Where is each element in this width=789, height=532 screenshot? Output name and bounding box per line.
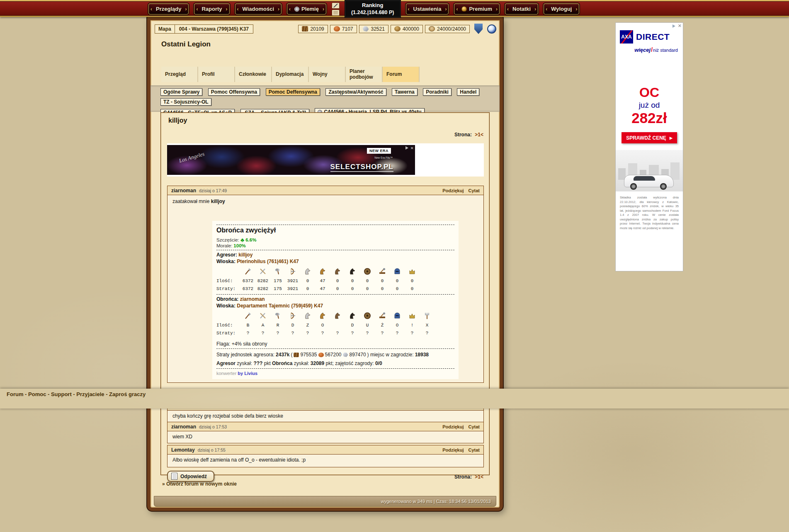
- tab[interactable]: Dyplomacja: [272, 67, 309, 82]
- adchoices-icon[interactable]: [405, 146, 408, 150]
- clay-icon: [318, 353, 324, 357]
- unit-count: 8282: [255, 278, 270, 283]
- attacker-points: ???: [253, 360, 262, 366]
- bottom-link[interactable]: Przyjaciele: [72, 391, 104, 397]
- converter-credit: konwerter by Livius: [216, 371, 454, 376]
- forum-category-button[interactable]: Tawerna: [392, 88, 418, 96]
- forum-category-button[interactable]: TZ - Sojusznicy-OL: [160, 98, 211, 106]
- reply-button[interactable]: Odpowiedź: [167, 471, 214, 482]
- resource-box: 32521: [359, 25, 388, 33]
- nav-button[interactable]: Wiadomości: [235, 3, 282, 15]
- defender-link[interactable]: ziarnoman: [240, 296, 265, 302]
- notepad-icon[interactable]: [332, 10, 340, 16]
- axa-ad-panel[interactable]: ✕ AXA DIRECT więcej/niż standard OC już …: [615, 22, 683, 271]
- tab[interactable]: Członkowie: [235, 67, 272, 82]
- globe-icon[interactable]: [487, 24, 496, 34]
- unit-icon: [333, 312, 342, 320]
- unit-loss: ?: [375, 331, 390, 336]
- map-label[interactable]: Mapa: [155, 25, 175, 33]
- nav-button[interactable]: Notatki: [505, 3, 538, 15]
- unit-count: 6372: [240, 278, 255, 283]
- unit-icon: [303, 312, 312, 320]
- unit-loss: ?: [420, 331, 435, 336]
- bottom-link[interactable]: Pomoc: [23, 391, 46, 397]
- attacker-link[interactable]: killjoy: [238, 252, 252, 258]
- bottom-menu-band: ForumPomocSupportPrzyjacieleZaproś gracz…: [0, 389, 789, 409]
- unit-loss: ?: [315, 331, 330, 336]
- unit-count: 0: [390, 278, 405, 283]
- nav-button[interactable]: Ustawienia: [406, 3, 449, 15]
- unit-icon: [378, 267, 386, 276]
- open-forum-link[interactable]: » Otwórz forum w nowym oknie: [162, 481, 237, 487]
- close-icon[interactable]: ✕: [678, 23, 682, 29]
- nav-button[interactable]: Raporty: [194, 3, 229, 15]
- post-author-link[interactable]: ziarnoman: [171, 424, 196, 430]
- close-icon[interactable]: ✕: [410, 146, 414, 150]
- tribe-tabs: Przegląd Profil Członkowie Dyplomacja Wo…: [161, 67, 420, 82]
- bottom-link[interactable]: Forum: [7, 391, 23, 397]
- page-number-link[interactable]: >1<: [475, 132, 483, 138]
- points-row: Agresor zyskał: ??? pkt Obrońca zyskał: …: [216, 360, 454, 366]
- forum-categories-row1: Ogólne Sprawy Pomoc Offensywna Pomoc Def…: [160, 88, 490, 108]
- forum-category-button[interactable]: Pomoc Offensywna: [208, 88, 260, 96]
- quote-link[interactable]: Cytat: [468, 424, 480, 429]
- post-header: ziarnoman dzisiaj o 17:49 Podziękuj Cyta…: [168, 186, 483, 195]
- game-header-bar: Mapa 004 - Warszawa (799|345) K37 20109 …: [155, 24, 496, 34]
- thank-link[interactable]: Podziękuj: [442, 188, 464, 193]
- quote-link[interactable]: Cytat: [468, 447, 480, 452]
- check-price-button[interactable]: SPRAWDŹ CENĘ ▶: [621, 132, 677, 143]
- bottom-link[interactable]: Zaproś graczy: [104, 391, 146, 397]
- tab[interactable]: Wojny: [309, 67, 346, 82]
- forum-category-button[interactable]: Handel: [457, 88, 479, 96]
- converter-author-link[interactable]: by Livius: [238, 371, 257, 376]
- shield-icon[interactable]: [474, 24, 483, 34]
- pagination-bottom: Strona: >1<: [454, 474, 483, 480]
- adchoices-icon[interactable]: [672, 24, 675, 28]
- defender-village-link[interactable]: Departament Tajemnic (759|459) K47: [237, 303, 323, 309]
- quest-icon[interactable]: [332, 2, 340, 9]
- post-body: Albo wioskę deff zamienia na off O_o - e…: [168, 455, 483, 467]
- page-number-link[interactable]: >1<: [475, 474, 483, 480]
- thank-link[interactable]: Podziękuj: [442, 424, 464, 429]
- forum-category-button[interactable]: Pomoc Deffensywna: [266, 88, 320, 96]
- nav-button-label: Przeglądy: [156, 6, 181, 12]
- forum-category-button[interactable]: Ogólne Sprawy: [160, 88, 202, 96]
- unit-icon: [274, 267, 282, 276]
- tab[interactable]: Forum: [383, 67, 420, 82]
- post-author-link[interactable]: ziarnoman: [171, 188, 196, 193]
- post-text: wiem XD: [172, 434, 192, 440]
- attacker-village-row: Wioska: Pterinohilus (761|461) K47: [216, 259, 454, 264]
- current-village-link[interactable]: 004 - Warszawa (799|345) K37: [175, 25, 253, 33]
- nav-button[interactable]: Premium: [454, 3, 500, 15]
- mini-icons-group: [332, 2, 340, 16]
- unit-count: 0: [345, 278, 360, 283]
- quote-link[interactable]: Cytat: [468, 188, 480, 193]
- ranking-box[interactable]: Ranking (1.242.|104.680 P): [345, 0, 401, 17]
- ad-decor-text: Los Angeles: [178, 151, 205, 164]
- reply-icon: [171, 473, 177, 480]
- bottom-link[interactable]: Support: [46, 391, 71, 397]
- tab[interactable]: Planer podbojów: [346, 67, 383, 82]
- axa-logo-row: AXA DIRECT: [620, 30, 679, 44]
- caps-ad-banner[interactable]: Los Angeles NEW ERA New Era Fits™ SELECT…: [167, 145, 415, 175]
- defender-row: Obrońca: ziarnoman: [216, 296, 454, 302]
- tab[interactable]: Profil: [198, 67, 235, 82]
- newera-tagline: New Era Fits™: [374, 156, 393, 159]
- thank-link[interactable]: Podziękuj: [442, 447, 464, 452]
- nav-button[interactable]: Przeglądy: [148, 3, 189, 15]
- morale-row: Morale: 100%: [216, 243, 454, 248]
- nav-button[interactable]: Plemię: [287, 3, 326, 15]
- ranking-value: (1.242.|104.680 P): [351, 9, 394, 16]
- page-label: Strona:: [454, 132, 472, 138]
- attacker-village-link[interactable]: Pterinohilus (761|461) K47: [237, 259, 299, 264]
- forum-category-button[interactable]: Poradniki: [423, 88, 452, 96]
- resource-icon: [334, 26, 340, 31]
- nav-button[interactable]: Wyloguj: [544, 3, 579, 15]
- forum-category-button[interactable]: Zastępstwa/Aktywność: [325, 88, 386, 96]
- resource-list: 20109 7107 32521 400000: [298, 25, 470, 33]
- inline-ad[interactable]: Los Angeles NEW ERA New Era Fits™ SELECT…: [167, 143, 484, 177]
- tab[interactable]: Przegląd: [161, 67, 198, 82]
- thread-box: killjoy Strona: >1< Los Angeles NEW ERA …: [160, 112, 490, 475]
- post-author-link[interactable]: Lemontay: [171, 447, 195, 453]
- forum-category-label: Poradniki: [426, 89, 449, 94]
